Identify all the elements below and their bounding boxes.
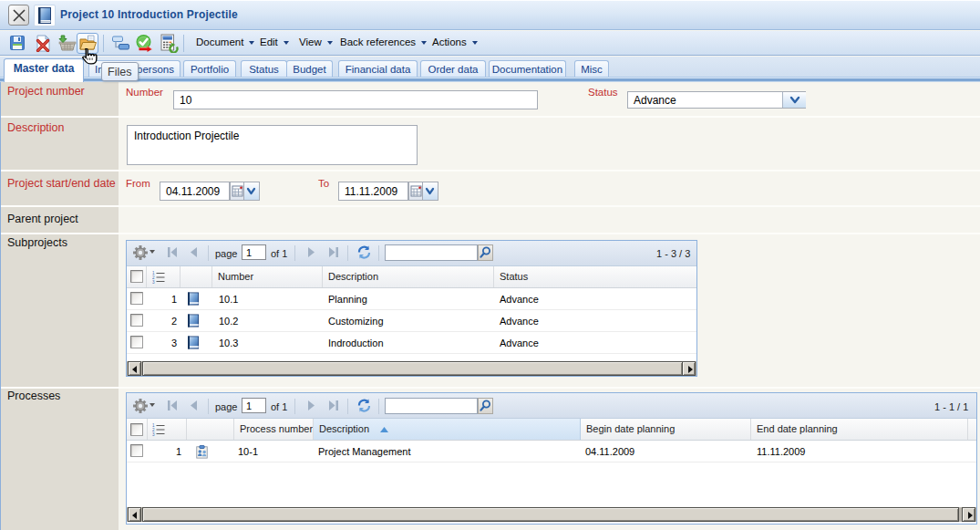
svg-text:3: 3 xyxy=(152,280,155,284)
svg-text:3: 3 xyxy=(152,432,155,436)
